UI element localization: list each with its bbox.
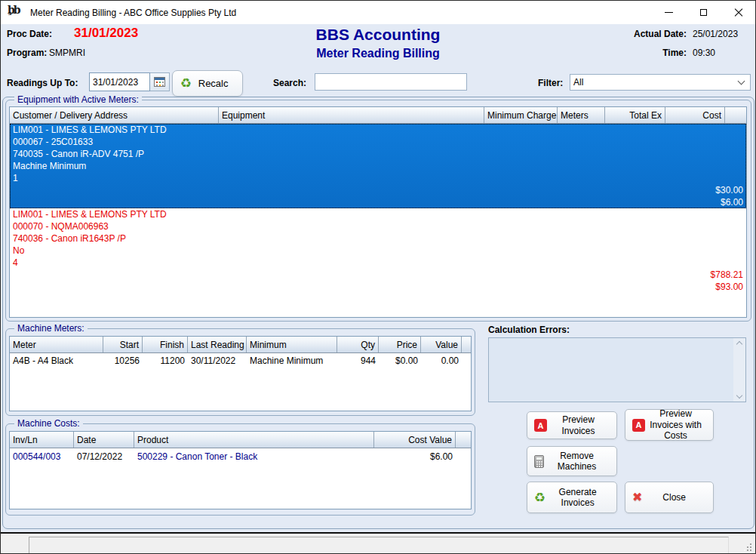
column-header-meter[interactable]: Meter xyxy=(10,337,103,352)
filter-selected-value: All xyxy=(573,77,739,88)
maximize-button[interactable] xyxy=(686,1,721,24)
cell-product: 500229 - Canon Toner - Black xyxy=(134,451,374,463)
actual-date-value: 25/01/2023 xyxy=(693,29,751,39)
bbs-app-icon xyxy=(8,6,23,20)
equipment-group-title: Equipment with Active Meters: xyxy=(14,94,142,105)
equipment-line2: 740036 - Canon iR1643P /P xyxy=(13,232,743,245)
cell-customer: LIM001 - LIMES & LEMONS PTY LTD xyxy=(10,208,746,220)
column-header-total-ex[interactable]: Total Ex xyxy=(605,107,665,123)
app-title: BBS Accounting xyxy=(227,26,529,44)
cell-total-ex: $788.21 xyxy=(10,269,746,281)
scroll-down-icon[interactable] xyxy=(736,392,742,399)
column-header-cost[interactable]: Cost xyxy=(665,107,725,123)
calculation-errors-scrollbar[interactable] xyxy=(733,338,745,402)
calendar-icon xyxy=(154,77,165,87)
scroll-up-icon[interactable] xyxy=(736,341,742,347)
column-header-filler xyxy=(462,337,471,352)
cell-cost: $6.00 xyxy=(10,196,746,208)
calculation-errors-label: Calculation Errors: xyxy=(488,325,570,335)
status-message-panel xyxy=(29,537,729,554)
machine-costs-header: Inv/Ln Date Product Cost Value xyxy=(10,432,471,448)
close-label: Close xyxy=(642,492,706,503)
recalc-button[interactable]: Recalc xyxy=(172,70,243,97)
page-title: Meter Reading Billing xyxy=(227,47,529,60)
calculation-errors-list[interactable] xyxy=(488,337,746,402)
column-header-filler xyxy=(456,432,471,448)
filter-label: Filter: xyxy=(538,78,563,88)
equipment-row-selected[interactable]: LIM001 - LIMES & LEMONS PTY LTD 000067 -… xyxy=(10,124,746,208)
remove-machines-button[interactable]: Remove Machines xyxy=(527,446,617,476)
column-header-last-reading[interactable]: Last Reading xyxy=(188,337,247,352)
cell-minimum-charge: Machine Minimum xyxy=(10,160,746,172)
cell-minimum-charge: No xyxy=(10,245,746,257)
cell-meter: A4B - A4 Black xyxy=(10,355,103,367)
equipment-row[interactable]: LIM001 - LIMES & LEMONS PTY LTD 000070 -… xyxy=(10,208,746,293)
recycle-icon xyxy=(534,491,545,504)
column-header-inv-ln[interactable]: Inv/Ln xyxy=(10,432,74,448)
machine-costs-group-title: Machine Costs: xyxy=(14,418,83,429)
program-value: SMPMRI xyxy=(49,48,85,58)
title-bar[interactable]: Meter Reading Billing - ABC Office Suppl… xyxy=(1,1,755,24)
equipment-table: Customer / Delivery Address Equipment Mi… xyxy=(9,106,747,318)
search-label: Search: xyxy=(273,78,306,88)
status-bar xyxy=(1,534,755,554)
program-label: Program: xyxy=(7,48,47,58)
cell-last-reading: 30/11/2022 xyxy=(188,355,247,367)
generate-invoices-button[interactable]: Generate Invoices xyxy=(527,482,617,513)
minimize-button[interactable] xyxy=(651,1,686,24)
window-title: Meter Reading Billing - ABC Office Suppl… xyxy=(30,8,236,18)
preview-invoices-with-costs-button[interactable]: Preview Invoices with Costs xyxy=(625,409,714,441)
close-button[interactable]: Close xyxy=(625,482,714,513)
column-header-meters[interactable]: Meters xyxy=(558,107,605,123)
pdf-icon xyxy=(534,419,547,432)
filter-dropdown[interactable]: All xyxy=(570,74,751,91)
cell-minimum: Machine Minimum xyxy=(247,355,337,367)
proc-date-label: Proc Date: xyxy=(7,29,52,39)
pdf-icon xyxy=(632,419,645,432)
cell-qty: 944 xyxy=(337,355,379,367)
readings-date-input[interactable] xyxy=(89,72,150,91)
generate-invoices-label: Generate Invoices xyxy=(545,487,610,509)
column-header-minimum-charge[interactable]: Minimum Charge xyxy=(484,107,558,123)
cell-cost-value: $6.00 xyxy=(374,451,456,463)
column-header-minimum[interactable]: Minimum xyxy=(247,337,337,352)
app-window: Meter Reading Billing - ABC Office Suppl… xyxy=(0,0,756,554)
recalc-label: Recalc xyxy=(192,78,235,89)
cell-meters: 1 xyxy=(10,172,746,184)
machine-meter-row[interactable]: A4B - A4 Black 10256 11200 30/11/2022 Ma… xyxy=(10,353,471,367)
cell-finish: 11200 xyxy=(143,355,188,367)
cell-total-ex: $30.00 xyxy=(10,184,746,196)
time-value: 09:30 xyxy=(693,48,751,58)
search-input[interactable] xyxy=(315,73,467,91)
machine-costs-table: Inv/Ln Date Product Cost Value 000544/00… xyxy=(9,431,472,509)
equipment-line1: 000070 - NQMA006963 xyxy=(13,220,743,232)
cell-price: $0.00 xyxy=(379,355,421,367)
column-header-cost-value[interactable]: Cost Value xyxy=(374,432,456,448)
proc-date-value: 31/01/2023 xyxy=(74,26,138,41)
column-header-product[interactable]: Product xyxy=(134,432,374,448)
close-window-button[interactable] xyxy=(721,1,755,24)
date-picker-button[interactable] xyxy=(150,72,170,91)
machine-cost-row[interactable]: 000544/003 07/12/2022 500229 - Canon Ton… xyxy=(10,448,471,463)
column-header-qty[interactable]: Qty xyxy=(337,337,379,352)
cell-start: 10256 xyxy=(103,355,143,367)
readings-up-to-label: Readings Up To: xyxy=(7,78,78,88)
cell-filler xyxy=(462,355,471,367)
column-header-finish[interactable]: Finish xyxy=(143,337,188,352)
column-header-value[interactable]: Value xyxy=(421,337,462,352)
equipment-line2: 740035 - Canon iR-ADV 4751 /P xyxy=(13,148,743,160)
column-header-price[interactable]: Price xyxy=(379,337,421,352)
machine-meters-group-title: Machine Meters: xyxy=(14,323,88,334)
cell-customer: LIM001 - LIMES & LEMONS PTY LTD xyxy=(10,124,746,136)
cell-inv-ln: 000544/003 xyxy=(10,451,74,463)
column-header-date[interactable]: Date xyxy=(74,432,134,448)
column-header-equipment[interactable]: Equipment xyxy=(219,107,484,123)
cell-equipment: 000070 - NQMA006963 740036 - Canon iR164… xyxy=(10,220,746,245)
column-header-filler xyxy=(725,107,746,123)
column-header-start[interactable]: Start xyxy=(103,337,143,352)
resize-grip[interactable] xyxy=(750,549,751,551)
column-header-customer[interactable]: Customer / Delivery Address xyxy=(10,107,219,123)
remove-machines-label: Remove Machines xyxy=(544,451,610,472)
preview-invoices-button[interactable]: Preview Invoices xyxy=(527,411,617,439)
cell-filler xyxy=(456,451,471,463)
